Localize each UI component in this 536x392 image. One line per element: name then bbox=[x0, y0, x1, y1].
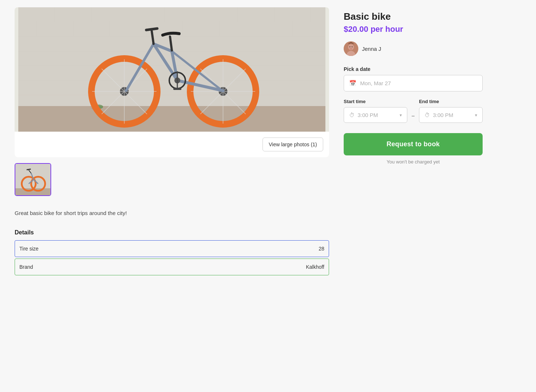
calendar-icon: 📅 bbox=[349, 80, 356, 87]
owner-avatar bbox=[344, 41, 358, 56]
date-value: Mon, Mar 27 bbox=[360, 80, 391, 86]
right-column: Basic bike $20.00 per hour Jenna J Pick … bbox=[344, 7, 483, 165]
start-time-select[interactable]: ⏱ 3:00 PM ▾ bbox=[344, 107, 407, 123]
time-separator: – bbox=[412, 99, 415, 123]
end-time-col: End time ⏱ 3:00 PM ▾ bbox=[419, 99, 483, 123]
tire-size-value: 28 bbox=[318, 246, 324, 252]
svg-point-71 bbox=[350, 46, 351, 48]
tire-size-label: Tire size bbox=[19, 246, 38, 252]
thumbnail-strip bbox=[15, 163, 329, 196]
svg-rect-23 bbox=[18, 106, 325, 132]
end-time-value: 3:00 PM bbox=[433, 112, 453, 118]
brand-label: Brand bbox=[19, 264, 33, 270]
thumbnail-1[interactable] bbox=[15, 163, 51, 196]
owner-row: Jenna J bbox=[344, 41, 483, 56]
svg-rect-58 bbox=[173, 88, 181, 90]
left-column: View large photos (1) Great bas bbox=[15, 7, 329, 277]
details-section: Details Tire size 28 Brand Kalkhoff bbox=[15, 229, 329, 275]
detail-row-tire-size: Tire size 28 bbox=[15, 240, 329, 257]
svg-point-72 bbox=[352, 46, 353, 48]
svg-line-67 bbox=[27, 169, 31, 170]
start-time-col: Start time ⏱ 3:00 PM ▾ bbox=[344, 99, 407, 123]
svg-line-54 bbox=[146, 29, 157, 30]
time-row: Start time ⏱ 3:00 PM ▾ – End time ⏱ 3:00 bbox=[344, 99, 483, 123]
detail-row-brand: Brand Kalkhoff bbox=[15, 259, 329, 275]
date-input[interactable]: 📅 Mon, Mar 27 bbox=[344, 75, 483, 91]
end-clock-icon: ⏱ bbox=[424, 112, 430, 118]
request-to-book-button[interactable]: Request to book bbox=[344, 133, 483, 155]
bike-price: $20.00 per hour bbox=[344, 24, 483, 34]
start-clock-icon: ⏱ bbox=[349, 112, 355, 118]
end-time-label: End time bbox=[419, 99, 483, 104]
end-time-select[interactable]: ⏱ 3:00 PM ▾ bbox=[419, 107, 483, 123]
bike-image bbox=[15, 7, 329, 132]
view-photos-area: View large photos (1) bbox=[15, 132, 329, 157]
bike-title: Basic bike bbox=[344, 11, 483, 22]
start-time-value: 3:00 PM bbox=[358, 112, 378, 118]
owner-name: Jenna J bbox=[362, 46, 381, 52]
no-charge-text: You won't be charged yet bbox=[344, 159, 483, 165]
end-chevron-icon: ▾ bbox=[475, 113, 477, 118]
details-title: Details bbox=[15, 229, 329, 236]
pick-date-label: Pick a date bbox=[344, 66, 483, 72]
brand-value: Kalkhoff bbox=[306, 264, 324, 270]
start-chevron-icon: ▾ bbox=[400, 113, 402, 118]
main-image-container: View large photos (1) bbox=[15, 7, 329, 157]
view-large-photos-button[interactable]: View large photos (1) bbox=[263, 137, 323, 151]
start-time-label: Start time bbox=[344, 99, 407, 104]
bike-description: Great basic bike for short trips around … bbox=[15, 209, 329, 218]
